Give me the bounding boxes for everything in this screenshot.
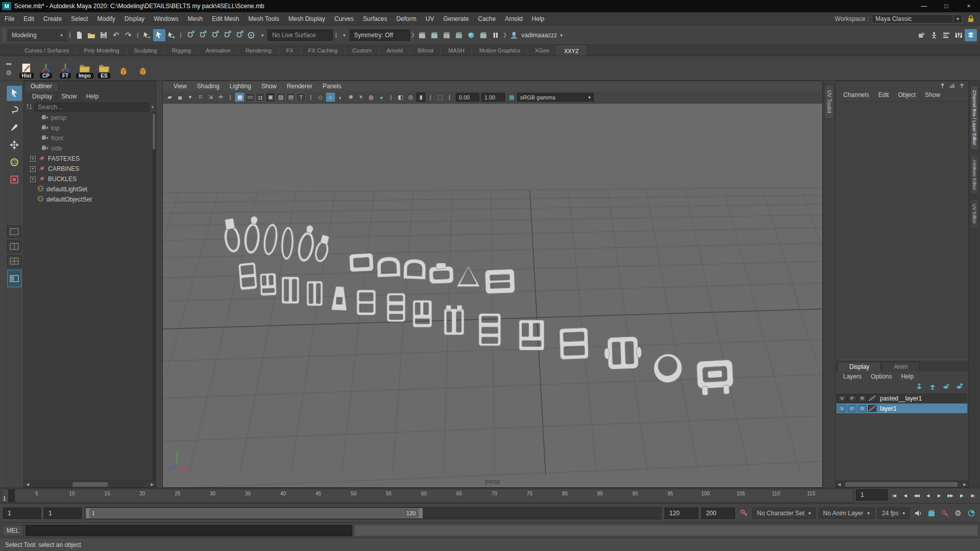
autokey-icon[interactable]	[939, 508, 950, 519]
four-pane-layout-button[interactable]	[7, 255, 21, 267]
group-separator[interactable]: ❙	[179, 32, 183, 38]
group-separator[interactable]: ❙	[135, 32, 139, 38]
move-tool[interactable]	[7, 138, 22, 153]
shelf-button-es[interactable]: ES	[95, 58, 113, 79]
menu-item-modify[interactable]: Modify	[92, 15, 119, 22]
light-editor-icon[interactable]	[465, 29, 477, 41]
scroll-right-icon[interactable]: ▶	[961, 482, 968, 487]
xray-joints-icon[interactable]: ◎	[406, 92, 415, 102]
current-frame-field[interactable]: 1	[856, 489, 888, 500]
close-button[interactable]: ×	[958, 0, 980, 12]
scene-object-rring2[interactable]	[485, 269, 514, 293]
scroll-right-icon[interactable]: ▶	[149, 482, 156, 487]
outliner-item-defaultlightset[interactable]: defaultLightSet	[24, 184, 156, 194]
minimize-button[interactable]: —	[913, 0, 935, 12]
outliner-search-arrow-icon[interactable]: ▾	[151, 105, 154, 110]
resolution-gate-icon[interactable]: ◘	[255, 92, 265, 102]
shelf-tab-mash[interactable]: MASH	[441, 46, 472, 56]
shelf-tab-animation[interactable]: Animation	[199, 46, 238, 56]
safe-action-icon[interactable]: ▤	[286, 92, 296, 102]
speaker-icon[interactable]	[913, 508, 924, 519]
fps-select[interactable]: 24 fps▾	[877, 508, 910, 519]
exposure-field[interactable]: 0.00	[456, 93, 479, 102]
toolbar-grip[interactable]	[3, 29, 6, 42]
move-layer-up-icon[interactable]	[915, 383, 923, 392]
play-backwards-button[interactable]: ◀	[922, 490, 933, 502]
ipr-render-icon[interactable]	[428, 29, 440, 41]
two-pane-layout-button[interactable]	[7, 240, 21, 253]
attribute-editor-icon[interactable]	[940, 29, 952, 41]
menu-item-select[interactable]: Select	[66, 15, 92, 22]
group-separator[interactable]: ❯	[411, 32, 415, 38]
snap-curve-icon[interactable]: Ω	[196, 29, 208, 41]
outliner-item-side[interactable]: side	[24, 143, 156, 154]
user-account-chip[interactable]: vadimaaazzz ▾	[508, 29, 565, 41]
viewport-menu-renderer[interactable]: Renderer	[282, 83, 317, 90]
menu-item-arnold[interactable]: Arnold	[500, 15, 527, 22]
expand-icon[interactable]: +	[30, 166, 36, 172]
menu-item-cache[interactable]: Cache	[473, 15, 500, 22]
range-slider-track[interactable]: 1 120	[85, 507, 662, 519]
screen-space-ao-icon[interactable]: ◍	[366, 92, 376, 102]
undo-icon[interactable]: ↶	[110, 29, 122, 41]
outliner-item-carbines[interactable]: +CARBINES	[24, 164, 156, 174]
current-layout-button[interactable]	[7, 270, 21, 287]
modeling-toolkit-icon[interactable]	[916, 29, 928, 41]
group-separator[interactable]: ❙	[334, 32, 338, 38]
outliner-item-top[interactable]: top	[24, 123, 156, 133]
shelf-tab-bifrost[interactable]: Bifrost	[410, 46, 441, 56]
outliner-menu-display[interactable]: Display	[28, 93, 56, 100]
command-language-toggle[interactable]: MEL	[2, 525, 23, 536]
shelf-tab-motion-graphics[interactable]: Motion Graphics	[472, 46, 528, 56]
shadows-icon[interactable]: ☀	[356, 92, 366, 102]
camera-attributes-icon[interactable]: ◙	[175, 92, 185, 102]
smooth-shade-icon[interactable]: ◆	[326, 92, 335, 102]
shelf-button-cube-1[interactable]	[114, 58, 133, 79]
outliner-vscrollbar[interactable]	[152, 113, 156, 481]
outliner-item-front[interactable]: front	[24, 133, 156, 143]
layer-editor-tab-anim[interactable]: Anim	[882, 362, 919, 371]
group-separator[interactable]: ❯	[503, 32, 507, 38]
oversan-icon[interactable]: ✛	[216, 92, 226, 102]
outliner-menu-help[interactable]: Help	[82, 93, 103, 100]
snap-point-icon[interactable]: Ω	[208, 29, 220, 41]
panel-splitter[interactable]	[156, 81, 162, 488]
menu-item-help[interactable]: Help	[527, 15, 549, 22]
rotate-tool[interactable]	[7, 155, 22, 170]
shelf-tab-xgen[interactable]: XGen	[528, 46, 557, 56]
isolate-select-icon[interactable]: ⬚	[435, 92, 445, 102]
anim-layer-select[interactable]: No Anim Layer▾	[819, 508, 874, 519]
open-render-view-icon[interactable]	[416, 29, 428, 41]
layer-color-swatch[interactable]	[868, 395, 876, 402]
layer-row-pasted__layer1[interactable]: VPRpasted__layer1	[837, 393, 967, 403]
layer-toggle-r[interactable]: R	[858, 395, 867, 402]
playback-end-field[interactable]: 120	[665, 508, 698, 519]
layer-menu-help[interactable]: Help	[896, 373, 918, 380]
speed-slider-icon[interactable]	[949, 82, 955, 90]
layer-color-swatch[interactable]	[868, 405, 876, 412]
side-tab-attribute-editor[interactable]: Attribute Editor	[970, 155, 978, 195]
redo-icon[interactable]: ↷	[122, 29, 134, 41]
menu-item-create[interactable]: Create	[39, 15, 66, 22]
viewport-3d-stage[interactable]: persp	[163, 104, 822, 487]
menu-item-mesh-display[interactable]: Mesh Display	[284, 15, 330, 22]
range-slider-range[interactable]: 1 120	[88, 508, 419, 518]
use-all-lights-icon[interactable]: ❋	[346, 92, 356, 102]
bookmark-icon[interactable]: ▾	[185, 92, 195, 102]
animation-start-field[interactable]: 1	[3, 508, 41, 519]
outliner-search-input[interactable]: Search...	[34, 103, 149, 112]
shelf-button-impo[interactable]: Impo	[76, 58, 94, 79]
menu-item-edit[interactable]: Edit	[19, 15, 39, 22]
channel-box-menu-channels[interactable]: Channels	[839, 91, 874, 102]
playback-start-field[interactable]: 1	[44, 508, 82, 519]
shelf-tab-rendering[interactable]: Rendering	[238, 46, 279, 56]
select-object-icon[interactable]	[153, 29, 165, 41]
motion-blur-icon[interactable]: ●	[377, 92, 386, 102]
outliner-filter-icon[interactable]	[26, 104, 32, 111]
range-start-handle[interactable]	[86, 508, 89, 518]
move-layer-down-icon[interactable]	[928, 383, 937, 392]
menu-set-select[interactable]: Modeling	[8, 30, 57, 41]
pin-channel-icon[interactable]	[939, 82, 946, 90]
make-live-icon[interactable]	[245, 29, 257, 41]
xray-icon[interactable]: ◧	[396, 92, 405, 102]
